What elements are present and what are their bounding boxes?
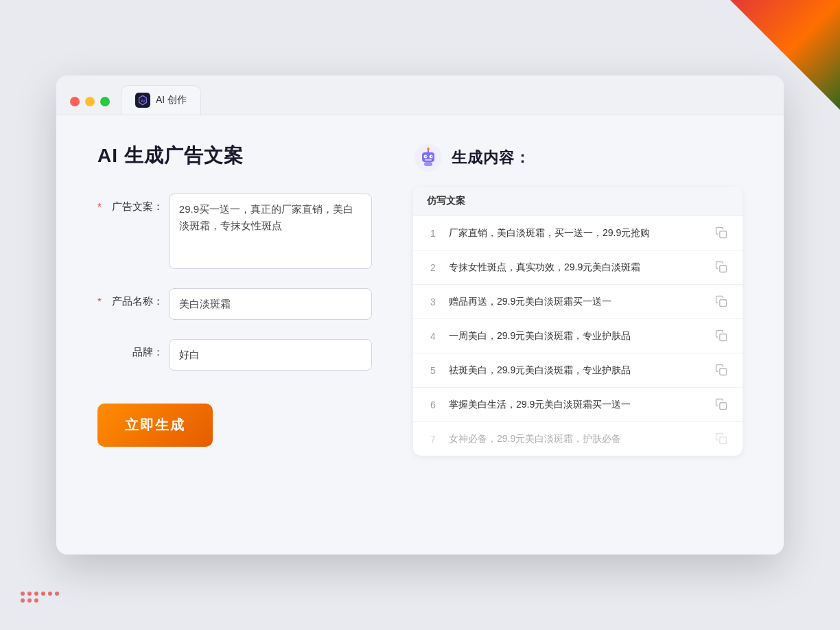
row-number-4: 4: [427, 331, 439, 342]
page-title: AI 生成广告文案: [97, 143, 372, 169]
product-name-input[interactable]: [169, 288, 372, 320]
copy-button-5[interactable]: [715, 364, 729, 377]
result-row-2: 2专抹女性斑点，真实功效，29.9元美白淡斑霜: [413, 250, 743, 285]
tab-icon: AI: [135, 93, 150, 108]
row-number-6: 6: [427, 399, 439, 410]
result-row-6: 6掌握美白生活，29.9元美白淡斑霜买一送一: [413, 388, 743, 422]
row-number-5: 5: [427, 365, 439, 376]
svg-rect-12: [720, 231, 727, 237]
result-row-4: 4一周美白，29.9元美白淡斑霜，专业护肤品: [413, 319, 743, 353]
ad-copy-input[interactable]: [169, 194, 372, 269]
generate-button[interactable]: 立即生成: [97, 404, 213, 447]
ad-copy-label: 广告文案：: [108, 200, 163, 213]
browser-window: AI AI 创作 AI 生成广告文案 * 广告文案： * 产品名称：: [56, 75, 784, 555]
right-panel-title: 生成内容：: [452, 148, 530, 168]
ad-copy-required-star: *: [97, 200, 102, 212]
svg-rect-18: [720, 436, 727, 443]
row-text-6: 掌握美白生活，29.9元美白淡斑霜买一送一: [449, 397, 705, 412]
result-rows-container: 1厂家直销，美白淡斑霜，买一送一，29.9元抢购 2专抹女性斑点，真实功效，29…: [413, 216, 743, 456]
result-row-3: 3赠品再送，29.9元美白淡斑霜买一送一: [413, 285, 743, 319]
svg-rect-16: [720, 368, 727, 375]
svg-rect-8: [425, 159, 432, 161]
row-text-4: 一周美白，29.9元美白淡斑霜，专业护肤品: [449, 329, 705, 343]
copy-button-2[interactable]: [715, 261, 729, 275]
row-number-1: 1: [427, 228, 439, 239]
copy-button-1[interactable]: [715, 226, 729, 240]
browser-titlebar: AI AI 创作: [56, 75, 784, 115]
svg-rect-17: [720, 402, 727, 409]
svg-text:AI: AI: [141, 99, 145, 103]
maximize-button[interactable]: [100, 97, 110, 106]
svg-rect-11: [424, 162, 432, 166]
window-controls: [70, 97, 110, 106]
ai-creation-tab[interactable]: AI AI 创作: [121, 85, 201, 115]
minimize-button[interactable]: [85, 97, 95, 106]
row-number-7: 7: [427, 434, 439, 445]
product-name-required-star: *: [97, 295, 102, 307]
svg-point-6: [425, 156, 427, 157]
row-text-7: 女神必备，29.9元美白淡斑霜，护肤必备: [449, 432, 705, 446]
row-text-5: 祛斑美白，29.9元美白淡斑霜，专业护肤品: [449, 363, 705, 377]
svg-point-7: [431, 156, 432, 157]
row-text-1: 厂家直销，美白淡斑霜，买一送一，29.9元抢购: [449, 226, 705, 240]
copy-button-3[interactable]: [715, 295, 729, 309]
product-name-label: 产品名称：: [108, 295, 163, 308]
svg-rect-13: [720, 265, 727, 272]
close-button[interactable]: [70, 97, 80, 106]
row-number-3: 3: [427, 296, 439, 307]
brand-label: 品牌：: [108, 346, 163, 359]
right-header: 生成内容：: [413, 143, 743, 173]
row-text-3: 赠品再送，29.9元美白淡斑霜买一送一: [449, 294, 705, 309]
ad-copy-group: * 广告文案：: [97, 194, 372, 269]
svg-point-10: [427, 148, 430, 150]
svg-rect-15: [720, 334, 727, 340]
copy-button-4[interactable]: [715, 329, 729, 343]
product-name-group: * 产品名称：: [97, 288, 372, 320]
table-header: 仿写文案: [413, 187, 743, 216]
left-panel: AI 生成广告文案 * 广告文案： * 产品名称： * 品牌： 立即生成: [97, 143, 372, 527]
svg-rect-14: [720, 299, 727, 306]
robot-icon: [413, 143, 443, 173]
result-row-5: 5祛斑美白，29.9元美白淡斑霜，专业护肤品: [413, 353, 743, 388]
copy-button-7[interactable]: [715, 432, 729, 446]
result-row-1: 1厂家直销，美白淡斑霜，买一送一，29.9元抢购: [413, 216, 743, 250]
browser-content: AI 生成广告文案 * 广告文案： * 产品名称： * 品牌： 立即生成: [56, 115, 784, 555]
brand-input[interactable]: [169, 339, 372, 371]
row-number-2: 2: [427, 262, 439, 273]
result-row-7: 7女神必备，29.9元美白淡斑霜，护肤必备: [413, 422, 743, 456]
decorative-dots: [21, 592, 62, 603]
tab-label: AI 创作: [156, 94, 187, 106]
result-table: 仿写文案 1厂家直销，美白淡斑霜，买一送一，29.9元抢购 2专抹女性斑点，真实…: [413, 187, 743, 456]
brand-group: * 品牌：: [97, 339, 372, 371]
right-panel: 生成内容： 仿写文案 1厂家直销，美白淡斑霜，买一送一，29.9元抢购 2专抹女…: [413, 143, 743, 527]
row-text-2: 专抹女性斑点，真实功效，29.9元美白淡斑霜: [449, 260, 705, 275]
copy-button-6[interactable]: [715, 398, 729, 412]
